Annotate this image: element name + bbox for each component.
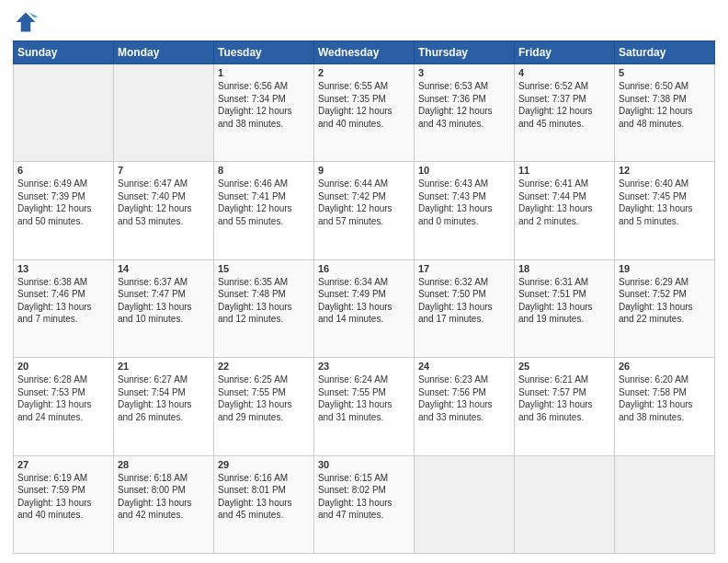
day-number: 23 <box>318 361 410 372</box>
day-number: 20 <box>17 361 109 372</box>
day-cell: 21Sunrise: 6:27 AM Sunset: 7:54 PM Dayli… <box>114 358 214 455</box>
week-row-1: 1Sunrise: 6:56 AM Sunset: 7:34 PM Daylig… <box>14 64 715 162</box>
day-cell: 22Sunrise: 6:25 AM Sunset: 7:55 PM Dayli… <box>214 358 314 455</box>
weekday-header-tuesday: Tuesday <box>214 41 314 64</box>
calendar-table: SundayMondayTuesdayWednesdayThursdayFrid… <box>13 40 715 554</box>
day-info: Sunrise: 6:15 AM Sunset: 8:02 PM Dayligh… <box>318 472 410 522</box>
day-cell: 10Sunrise: 6:43 AM Sunset: 7:43 PM Dayli… <box>415 162 515 259</box>
day-info: Sunrise: 6:44 AM Sunset: 7:42 PM Dayligh… <box>318 178 410 227</box>
day-info: Sunrise: 6:31 AM Sunset: 7:51 PM Dayligh… <box>518 276 610 326</box>
day-cell <box>415 455 515 553</box>
day-cell: 2Sunrise: 6:55 AM Sunset: 7:35 PM Daylig… <box>314 64 415 162</box>
week-row-3: 13Sunrise: 6:38 AM Sunset: 7:46 PM Dayli… <box>14 259 715 357</box>
day-cell: 23Sunrise: 6:24 AM Sunset: 7:55 PM Dayli… <box>314 358 415 455</box>
day-info: Sunrise: 6:27 AM Sunset: 7:54 PM Dayligh… <box>118 373 210 423</box>
weekday-header-wednesday: Wednesday <box>314 41 415 64</box>
day-cell: 24Sunrise: 6:23 AM Sunset: 7:56 PM Dayli… <box>415 358 515 455</box>
day-number: 9 <box>318 165 410 176</box>
logo-icon <box>13 9 39 35</box>
day-info: Sunrise: 6:38 AM Sunset: 7:46 PM Dayligh… <box>17 276 109 326</box>
day-number: 6 <box>17 165 109 176</box>
day-info: Sunrise: 6:47 AM Sunset: 7:40 PM Dayligh… <box>118 178 210 227</box>
day-info: Sunrise: 6:32 AM Sunset: 7:50 PM Dayligh… <box>418 276 510 326</box>
day-number: 26 <box>619 361 711 372</box>
week-row-2: 6Sunrise: 6:49 AM Sunset: 7:39 PM Daylig… <box>14 162 715 259</box>
day-number: 21 <box>118 361 210 372</box>
day-number: 5 <box>619 67 711 78</box>
day-info: Sunrise: 6:29 AM Sunset: 7:52 PM Dayligh… <box>619 276 711 326</box>
day-info: Sunrise: 6:18 AM Sunset: 8:00 PM Dayligh… <box>118 472 210 522</box>
day-cell: 18Sunrise: 6:31 AM Sunset: 7:51 PM Dayli… <box>515 259 615 357</box>
day-cell: 27Sunrise: 6:19 AM Sunset: 7:59 PM Dayli… <box>14 455 114 553</box>
day-cell: 1Sunrise: 6:56 AM Sunset: 7:34 PM Daylig… <box>214 64 314 162</box>
day-number: 1 <box>218 67 310 78</box>
day-info: Sunrise: 6:43 AM Sunset: 7:43 PM Dayligh… <box>418 178 510 227</box>
weekday-header-saturday: Saturday <box>615 41 715 64</box>
day-info: Sunrise: 6:41 AM Sunset: 7:44 PM Dayligh… <box>518 178 610 227</box>
day-info: Sunrise: 6:16 AM Sunset: 8:01 PM Dayligh… <box>218 472 310 522</box>
day-info: Sunrise: 6:37 AM Sunset: 7:47 PM Dayligh… <box>118 276 210 326</box>
day-number: 22 <box>218 361 310 372</box>
day-cell: 11Sunrise: 6:41 AM Sunset: 7:44 PM Dayli… <box>515 162 615 259</box>
day-cell <box>14 64 114 162</box>
day-info: Sunrise: 6:46 AM Sunset: 7:41 PM Dayligh… <box>218 178 310 227</box>
day-cell: 12Sunrise: 6:40 AM Sunset: 7:45 PM Dayli… <box>615 162 715 259</box>
day-info: Sunrise: 6:20 AM Sunset: 7:58 PM Dayligh… <box>619 373 711 423</box>
weekday-header-friday: Friday <box>515 41 615 64</box>
day-info: Sunrise: 6:23 AM Sunset: 7:56 PM Dayligh… <box>418 373 510 423</box>
day-number: 2 <box>318 67 410 78</box>
day-info: Sunrise: 6:53 AM Sunset: 7:36 PM Dayligh… <box>418 80 510 130</box>
day-number: 7 <box>118 165 210 176</box>
day-info: Sunrise: 6:35 AM Sunset: 7:48 PM Dayligh… <box>218 276 310 326</box>
day-number: 4 <box>518 67 610 78</box>
day-number: 3 <box>418 67 510 78</box>
day-info: Sunrise: 6:28 AM Sunset: 7:53 PM Dayligh… <box>17 373 109 423</box>
day-cell: 14Sunrise: 6:37 AM Sunset: 7:47 PM Dayli… <box>114 259 214 357</box>
day-number: 24 <box>418 361 510 372</box>
day-info: Sunrise: 6:49 AM Sunset: 7:39 PM Dayligh… <box>17 178 109 227</box>
day-number: 19 <box>619 263 711 274</box>
day-cell <box>114 64 214 162</box>
weekday-header-sunday: Sunday <box>14 41 114 64</box>
day-cell: 15Sunrise: 6:35 AM Sunset: 7:48 PM Dayli… <box>214 259 314 357</box>
day-cell <box>515 455 615 553</box>
day-number: 27 <box>17 459 109 470</box>
day-info: Sunrise: 6:40 AM Sunset: 7:45 PM Dayligh… <box>619 178 711 227</box>
day-number: 14 <box>118 263 210 274</box>
day-cell: 20Sunrise: 6:28 AM Sunset: 7:53 PM Dayli… <box>14 358 114 455</box>
day-cell: 17Sunrise: 6:32 AM Sunset: 7:50 PM Dayli… <box>415 259 515 357</box>
weekday-header-thursday: Thursday <box>415 41 515 64</box>
day-info: Sunrise: 6:55 AM Sunset: 7:35 PM Dayligh… <box>318 80 410 130</box>
day-number: 8 <box>218 165 310 176</box>
weekday-header-monday: Monday <box>114 41 214 64</box>
day-number: 25 <box>518 361 610 372</box>
day-cell: 7Sunrise: 6:47 AM Sunset: 7:40 PM Daylig… <box>114 162 214 259</box>
day-number: 18 <box>518 263 610 274</box>
weekday-header-row: SundayMondayTuesdayWednesdayThursdayFrid… <box>14 41 715 64</box>
svg-marker-1 <box>29 13 40 17</box>
day-number: 10 <box>418 165 510 176</box>
day-number: 30 <box>318 459 410 470</box>
day-cell: 28Sunrise: 6:18 AM Sunset: 8:00 PM Dayli… <box>114 455 214 553</box>
day-info: Sunrise: 6:21 AM Sunset: 7:57 PM Dayligh… <box>518 373 610 423</box>
logo <box>13 9 42 35</box>
day-cell: 30Sunrise: 6:15 AM Sunset: 8:02 PM Dayli… <box>314 455 415 553</box>
day-cell: 19Sunrise: 6:29 AM Sunset: 7:52 PM Dayli… <box>615 259 715 357</box>
day-cell: 4Sunrise: 6:52 AM Sunset: 7:37 PM Daylig… <box>515 64 615 162</box>
day-cell <box>615 455 715 553</box>
header <box>13 9 715 35</box>
day-info: Sunrise: 6:34 AM Sunset: 7:49 PM Dayligh… <box>318 276 410 326</box>
day-info: Sunrise: 6:56 AM Sunset: 7:34 PM Dayligh… <box>218 80 310 130</box>
day-cell: 9Sunrise: 6:44 AM Sunset: 7:42 PM Daylig… <box>314 162 415 259</box>
day-cell: 6Sunrise: 6:49 AM Sunset: 7:39 PM Daylig… <box>14 162 114 259</box>
day-number: 13 <box>17 263 109 274</box>
day-info: Sunrise: 6:19 AM Sunset: 7:59 PM Dayligh… <box>17 472 109 522</box>
day-info: Sunrise: 6:52 AM Sunset: 7:37 PM Dayligh… <box>518 80 610 130</box>
week-row-5: 27Sunrise: 6:19 AM Sunset: 7:59 PM Dayli… <box>14 455 715 553</box>
day-number: 15 <box>218 263 310 274</box>
day-cell: 3Sunrise: 6:53 AM Sunset: 7:36 PM Daylig… <box>415 64 515 162</box>
day-number: 29 <box>218 459 310 470</box>
day-number: 16 <box>318 263 410 274</box>
day-number: 12 <box>619 165 711 176</box>
day-number: 17 <box>418 263 510 274</box>
